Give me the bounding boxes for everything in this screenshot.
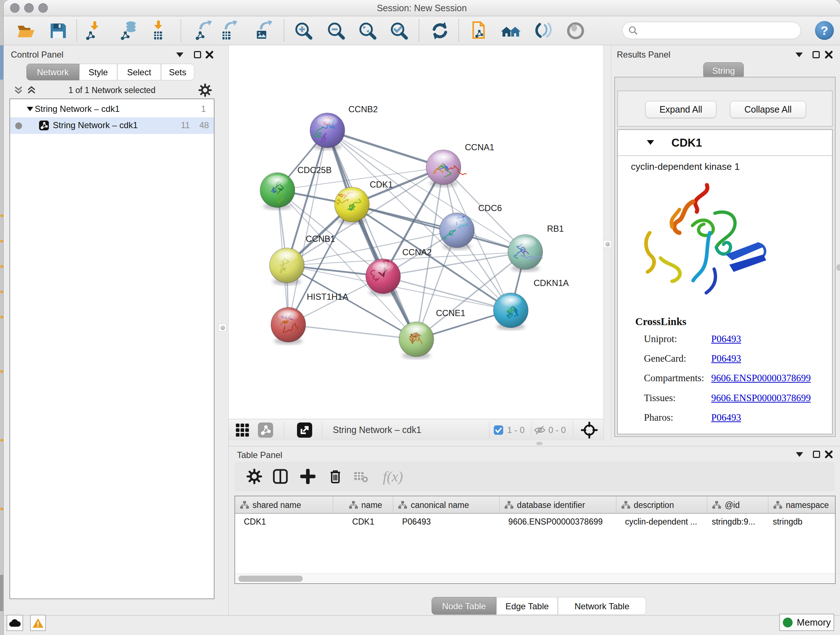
column-header-canonical-name[interactable]: canonical name bbox=[393, 496, 500, 514]
fit-crosshair-icon[interactable] bbox=[581, 422, 598, 439]
homes-icon[interactable] bbox=[500, 20, 521, 41]
crosslink-value-link[interactable]: 9606.ENSP00000378699 bbox=[711, 393, 811, 404]
network-view-title: String Network – cdk1 bbox=[333, 419, 422, 440]
gear-icon[interactable] bbox=[198, 83, 212, 97]
tab-sets[interactable]: Sets bbox=[161, 64, 194, 80]
refresh-icon[interactable] bbox=[429, 20, 450, 41]
network-node-CDK1[interactable]: CDK1 bbox=[335, 180, 393, 225]
control-panel-title: Control Panel bbox=[11, 50, 63, 60]
node-label-CDC25B: CDC25B bbox=[297, 165, 332, 175]
collapse-all-button[interactable]: Collapse All bbox=[730, 101, 806, 118]
memory-label: Memory bbox=[797, 617, 831, 628]
delete-column-trash-icon[interactable] bbox=[325, 467, 345, 486]
results-panel-title: Results Panel bbox=[617, 50, 670, 60]
cloud-status-button[interactable] bbox=[6, 615, 23, 631]
table-settings-gear-icon[interactable] bbox=[245, 467, 264, 486]
table-panel-float-button[interactable] bbox=[813, 451, 820, 458]
search-icon bbox=[628, 26, 638, 35]
tab-edge-table[interactable]: Edge Table bbox=[496, 597, 558, 615]
tab-select[interactable]: Select bbox=[117, 64, 161, 80]
crosslink-value-link[interactable]: P06493 bbox=[711, 353, 741, 364]
table-panel-close-icon[interactable] bbox=[825, 450, 833, 458]
results-panel-menu-icon[interactable] bbox=[796, 52, 803, 57]
memory-button[interactable]: Memory bbox=[779, 614, 834, 631]
import-network-from-database-icon[interactable] bbox=[118, 20, 139, 41]
cloud-icon bbox=[9, 619, 21, 627]
column-header-id[interactable]: @id bbox=[707, 496, 768, 514]
control-panel-float-button[interactable] bbox=[194, 51, 201, 58]
right-splitter[interactable] bbox=[603, 45, 611, 446]
network-share-view-icon[interactable] bbox=[257, 422, 273, 438]
network-node-CDKN1A[interactable]: CDKN1A bbox=[493, 278, 569, 330]
share-document-icon[interactable] bbox=[469, 20, 490, 41]
left-splitter[interactable] bbox=[217, 45, 229, 616]
control-panel-menu-icon[interactable] bbox=[176, 52, 183, 57]
zoom-fit-icon[interactable] bbox=[357, 20, 378, 41]
gray-sphere-icon[interactable] bbox=[565, 20, 586, 41]
export-image-icon[interactable] bbox=[254, 20, 275, 41]
column-header-namespace[interactable]: namespace bbox=[768, 496, 835, 514]
network-node-CCNA1[interactable]: CCNA1 bbox=[426, 142, 494, 187]
tab-node-table[interactable]: Node Table bbox=[431, 597, 496, 615]
network-label: String Network – cdk1 bbox=[53, 120, 138, 130]
node-label-CCNB2: CCNB2 bbox=[348, 104, 378, 114]
crosslink-value-link[interactable]: 9606.ENSP00000378699 bbox=[711, 372, 811, 384]
node-label-CCNA1: CCNA1 bbox=[465, 142, 494, 152]
status-bar: Memory bbox=[4, 616, 840, 635]
results-panel-close-icon[interactable] bbox=[825, 51, 833, 59]
add-column-plus-icon[interactable] bbox=[298, 467, 317, 486]
crosslink-value-link[interactable]: P06493 bbox=[711, 412, 741, 423]
import-network-icon[interactable] bbox=[84, 20, 104, 41]
show-columns-icon[interactable] bbox=[271, 467, 290, 486]
crosslink-row: Uniprot: P06493 bbox=[644, 333, 829, 348]
protein-caret-icon[interactable] bbox=[647, 140, 654, 145]
column-header-database-identifier[interactable]: database identifier bbox=[500, 496, 616, 514]
protein-card-header[interactable]: CDK1 bbox=[618, 130, 832, 156]
string-network-graph[interactable]: CCNB2CCNA1CDC25BCDK1CDC6RB1CCNB1CCNA2CDK… bbox=[229, 45, 603, 419]
network-node-CCNB1[interactable]: CCNB1 bbox=[270, 234, 335, 285]
tab-network[interactable]: Network bbox=[27, 64, 79, 80]
results-panel: Results Panel String Expand All Collapse… bbox=[611, 45, 840, 446]
results-panel-float-button[interactable] bbox=[813, 51, 820, 58]
collection-label: String Network – cdk1 bbox=[35, 104, 120, 114]
crosslink-value-link[interactable]: P06493 bbox=[711, 333, 741, 345]
open-session-icon[interactable] bbox=[15, 20, 36, 41]
node-label-RB1: RB1 bbox=[547, 224, 564, 233]
zoom-in-icon[interactable] bbox=[293, 20, 314, 41]
collection-caret-icon[interactable] bbox=[27, 107, 33, 111]
column-header-name[interactable]: name bbox=[333, 496, 393, 514]
import-table-icon[interactable] bbox=[148, 20, 169, 41]
network-selection-status: 1 of 1 Network selected bbox=[9, 86, 215, 95]
network-row-selected[interactable]: String Network – cdk1 11 48 bbox=[10, 117, 214, 134]
birdseye-view-icon[interactable] bbox=[297, 422, 313, 438]
tab-network-table[interactable]: Network Table bbox=[558, 597, 646, 615]
table-horizontal-scrollbar[interactable] bbox=[235, 573, 835, 583]
grid-view-icon[interactable] bbox=[234, 422, 250, 438]
network-node-RB1[interactable]: RB1 bbox=[508, 224, 564, 272]
hide-eye-icon[interactable] bbox=[533, 20, 554, 41]
network-node-HIST1H1A[interactable]: HIST1H1A bbox=[271, 292, 348, 345]
selected-checkbox-icon[interactable] bbox=[493, 425, 504, 435]
network-node-CCNE1[interactable]: CCNE1 bbox=[399, 308, 465, 359]
zoom-out-icon[interactable] bbox=[325, 20, 347, 41]
global-search-input[interactable] bbox=[638, 26, 790, 35]
warnings-button[interactable] bbox=[30, 615, 46, 631]
column-header-shared-name[interactable]: shared name bbox=[235, 496, 333, 514]
table-panel-menu-icon[interactable] bbox=[796, 452, 803, 457]
save-session-icon[interactable] bbox=[47, 20, 68, 41]
export-network-icon[interactable] bbox=[193, 20, 214, 41]
zoom-selected-icon[interactable] bbox=[388, 20, 409, 41]
panel-edge-handle[interactable] bbox=[836, 264, 840, 271]
network-list: String Network – cdk1 1 String Network –… bbox=[9, 98, 215, 599]
help-button[interactable]: ? bbox=[815, 21, 834, 40]
control-panel-close-icon[interactable] bbox=[205, 51, 213, 59]
tab-style[interactable]: Style bbox=[79, 64, 117, 80]
crosslinks-heading: CrossLinks bbox=[635, 316, 686, 328]
node-table[interactable]: shared name name canonical name database… bbox=[234, 496, 836, 584]
node-label-CCNA2: CCNA2 bbox=[402, 247, 431, 257]
network-collection-row[interactable]: String Network – cdk1 1 bbox=[10, 102, 214, 117]
column-header-description[interactable]: description bbox=[616, 496, 707, 514]
table-row[interactable]: CDK1 CDK1 P06493 9606.ENSP00000378699 cy… bbox=[235, 514, 835, 530]
expand-all-button[interactable]: Expand All bbox=[645, 101, 716, 118]
export-table-icon[interactable] bbox=[218, 20, 240, 41]
